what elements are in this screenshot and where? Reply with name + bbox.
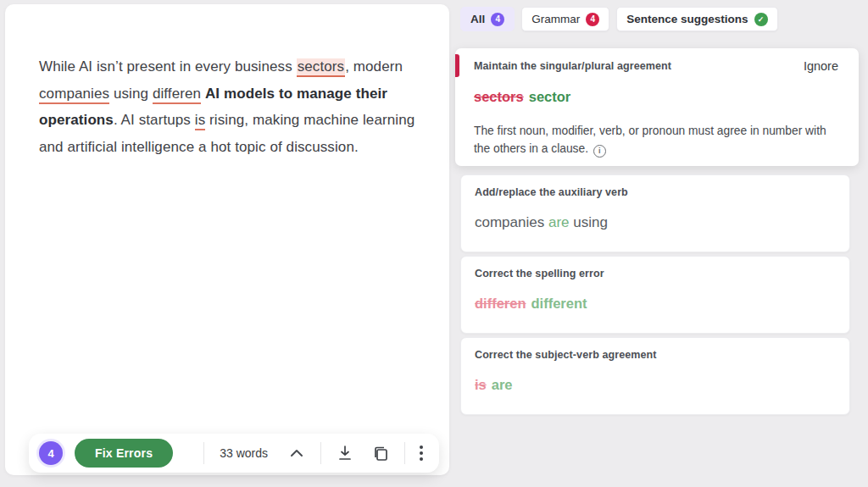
suggestion-card-auxiliary-verb[interactable]: Add/replace the auxiliary verb companies…: [460, 174, 850, 252]
suggestion-card-subject-verb[interactable]: Correct the subject-verb agreement isare: [460, 337, 850, 415]
tab-label: Sentence suggestions: [626, 13, 748, 25]
suggestion-title: Correct the spelling error: [475, 268, 604, 279]
kebab-menu-icon: [419, 444, 424, 462]
chevron-up-icon: [290, 449, 303, 457]
error-word-is[interactable]: is: [195, 112, 205, 130]
toolbar-divider: [320, 442, 321, 464]
text-segment: using: [109, 86, 153, 102]
added-word: are: [548, 214, 570, 230]
error-count-badge: 4: [39, 441, 63, 465]
text-segment: . AI startups: [114, 112, 195, 128]
removed-word: is: [475, 377, 487, 392]
fix-errors-button[interactable]: Fix Errors: [75, 439, 173, 468]
tab-label: Grammar: [531, 13, 580, 25]
info-icon[interactable]: i: [593, 145, 606, 158]
check-icon: ✓: [754, 13, 768, 26]
download-icon: [337, 444, 353, 462]
more-options-button[interactable]: [415, 440, 427, 466]
collapse-toolbar-button[interactable]: [287, 445, 307, 461]
suggestion-diff[interactable]: companies are using: [475, 214, 832, 231]
error-word-sectors[interactable]: sectors: [297, 58, 346, 77]
text-segment: , modern: [345, 58, 403, 75]
editor-panel[interactable]: While AI isn’t present in every business…: [5, 4, 449, 475]
tab-label: All: [470, 13, 485, 25]
app-window: While AI isn’t present in every business…: [0, 0, 868, 487]
copy-icon: [370, 443, 391, 463]
editor-toolbar: 4 Fix Errors 33 words: [29, 434, 439, 473]
download-button[interactable]: [333, 440, 357, 466]
grammar-count-badge: 4: [586, 13, 599, 26]
added-word: are: [492, 377, 513, 392]
tab-grammar[interactable]: Grammar 4: [521, 7, 609, 31]
added-word: sector: [529, 89, 571, 104]
filter-tabs: All 4 Grammar 4 Sentence suggestions ✓: [460, 7, 778, 31]
context-before: companies: [475, 214, 548, 230]
tab-all[interactable]: All 4: [460, 7, 515, 31]
suggestion-diff[interactable]: isare: [475, 377, 832, 393]
suggestion-diff[interactable]: differendifferent: [475, 296, 832, 312]
suggestion-diff[interactable]: sectorssector: [474, 89, 838, 105]
active-card-accent-bar: [455, 54, 459, 77]
toolbar-divider: [203, 442, 204, 464]
tab-sentence-suggestions[interactable]: Sentence suggestions ✓: [616, 7, 777, 31]
context-after: using: [570, 214, 608, 230]
error-word-companies[interactable]: companies: [39, 86, 109, 104]
word-count: 33 words: [220, 446, 268, 460]
removed-word: differen: [475, 296, 526, 311]
removed-word: sectors: [474, 89, 524, 104]
suggestion-title: Correct the subject-verb agreement: [475, 349, 657, 361]
suggestion-title: Maintain the singular/plural agreement: [474, 60, 671, 72]
added-word: different: [531, 296, 587, 311]
text-segment: While AI isn’t present in every business: [39, 58, 297, 75]
editor-text[interactable]: While AI isn’t present in every business…: [39, 53, 422, 160]
suggestion-explanation: The first noun, modifier, verb, or prono…: [474, 122, 838, 158]
suggestion-card-singular-plural[interactable]: Maintain the singular/plural agreement I…: [455, 48, 859, 166]
suggestion-card-spelling[interactable]: Correct the spelling error differendiffe…: [460, 256, 850, 334]
suggestion-title: Add/replace the auxiliary verb: [475, 186, 628, 198]
ignore-button[interactable]: Ignore: [804, 59, 838, 73]
copy-button[interactable]: [367, 440, 394, 467]
all-count-badge: 4: [491, 13, 504, 26]
toolbar-divider: [404, 442, 405, 464]
error-word-differen[interactable]: differen: [153, 86, 201, 104]
